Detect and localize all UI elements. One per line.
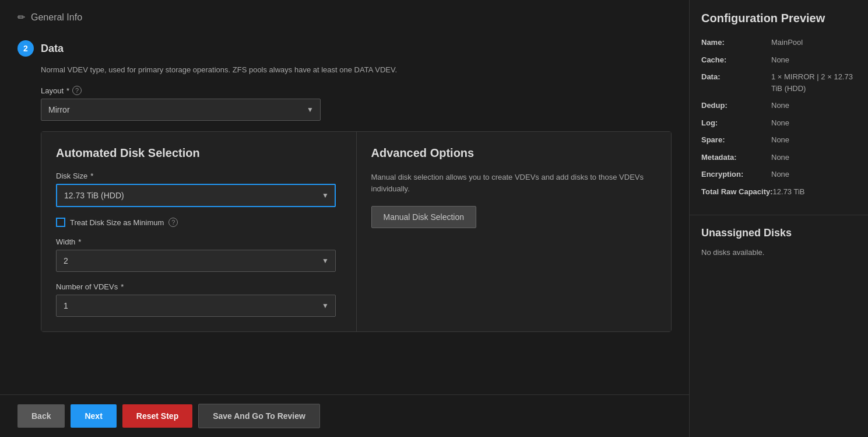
vdevs-field-group: Number of VDEVs * 1 2 3 4 ▼ [56,282,342,317]
config-encryption-row: Encryption: None [701,169,856,180]
config-name-key: Name: [701,37,771,48]
automated-panel-title: Automated Disk Selection [56,146,342,160]
config-dedup-key: Dedup: [701,100,771,111]
config-total-value: 12.73 TiB [773,186,805,198]
width-required: * [78,237,81,246]
config-log-row: Log: None [701,117,856,129]
step-data-description: Normal VDEV type, used for primary stora… [41,65,672,74]
treat-disk-size-row: Treat Disk Size as Minimum ? [56,218,342,227]
steps-container: ✏ General Info 2 Data Normal VDEV type, … [0,0,689,394]
config-cache-row: Cache: None [701,54,856,66]
config-log-key: Log: [701,117,771,129]
step-data-header: 2 Data [17,40,672,57]
config-data-value: 1 × MIRROR | 2 × 12.73 TiB (HDD) [771,71,856,94]
step-data-title: Data [41,43,64,55]
back-button[interactable]: Back [17,404,65,428]
footer-bar: Back Next Reset Step Save And Go To Revi… [0,394,689,437]
config-preview-title: Configuration Preview [701,12,856,25]
config-metadata-value: None [771,152,789,163]
right-sidebar: Configuration Preview Name: MainPool Cac… [689,0,868,437]
layout-select[interactable]: Mirror RAID-Z1 RAID-Z2 RAID-Z3 Stripe [41,99,321,121]
next-button[interactable]: Next [71,404,116,428]
vdevs-select[interactable]: 1 2 3 4 [56,295,336,317]
config-dedup-value: None [771,100,789,111]
config-spare-row: Spare: None [701,134,856,146]
treat-disk-help-icon[interactable]: ? [168,218,178,227]
config-data-row: Data: 1 × MIRROR | 2 × 12.73 TiB (HDD) [701,71,856,94]
advanced-description: Manual disk selection allows you to crea… [371,172,657,194]
width-field-group: Width * 2 3 4 5 6 [56,237,342,272]
advanced-options-panel: Advanced Options Manual disk selection a… [357,132,672,331]
vdevs-label: Number of VDEVs * [56,282,342,291]
config-name-row: Name: MainPool [701,37,856,48]
layout-help-icon[interactable]: ? [72,86,82,95]
general-info-label: General Info [31,12,82,23]
config-spare-key: Spare: [701,134,771,146]
disk-size-select[interactable]: 12.73 TiB (HDD) [56,184,336,207]
disk-panels: Automated Disk Selection Disk Size * 12.… [41,131,672,332]
layout-label: Layout * ? [41,86,672,95]
disk-size-label-text: Disk Size [56,172,87,180]
width-label: Width * [56,237,342,246]
vdevs-label-text: Number of VDEVs [56,282,118,291]
layout-required: * [66,86,69,95]
step-number: 2 [17,40,34,57]
content-area: ✏ General Info 2 Data Normal VDEV type, … [0,0,689,437]
layout-select-wrapper: Mirror RAID-Z1 RAID-Z2 RAID-Z3 Stripe ▼ [41,99,321,121]
layout-label-text: Layout [41,86,64,95]
pencil-icon: ✏ [17,12,25,23]
vdevs-select-wrapper: 1 2 3 4 ▼ [56,295,336,317]
disk-size-select-wrapper: 12.73 TiB (HDD) ▼ [56,184,336,207]
config-dedup-row: Dedup: None [701,100,856,111]
config-cache-key: Cache: [701,54,771,66]
disk-size-label: Disk Size * [56,172,342,180]
no-disks-text: No disks available. [701,248,856,257]
config-metadata-row: Metadata: None [701,152,856,163]
width-select-wrapper: 2 3 4 5 6 ▼ [56,250,336,272]
unassigned-disks-section: Unassigned Disks No disks available. [690,215,868,268]
reset-step-button[interactable]: Reset Step [122,404,192,428]
main-layout: ✏ General Info 2 Data Normal VDEV type, … [0,0,868,437]
config-metadata-key: Metadata: [701,152,771,163]
vdevs-required: * [121,282,124,291]
config-encryption-key: Encryption: [701,169,771,180]
config-cache-value: None [771,54,789,66]
config-preview-section: Configuration Preview Name: MainPool Cac… [690,0,868,215]
config-data-key: Data: [701,71,771,94]
save-and-review-button[interactable]: Save And Go To Review [198,404,320,428]
config-encryption-value: None [771,169,789,180]
step-data: 2 Data Normal VDEV type, used for primar… [17,40,672,332]
config-name-value: MainPool [771,37,803,48]
width-label-text: Width [56,237,75,246]
treat-disk-size-checkbox[interactable] [56,218,65,227]
disk-size-field: Disk Size * 12.73 TiB (HDD) ▼ [56,172,342,207]
disk-size-required: * [90,172,93,180]
config-total-row: Total Raw Capacity: 12.73 TiB [701,186,856,198]
manual-disk-selection-button[interactable]: Manual Disk Selection [371,206,477,228]
config-total-key: Total Raw Capacity: [701,186,773,198]
config-spare-value: None [771,134,789,146]
layout-field-group: Layout * ? Mirror RAID-Z1 RAID-Z2 RAID-Z… [41,86,672,121]
advanced-panel-title: Advanced Options [371,146,657,160]
treat-disk-size-label: Treat Disk Size as Minimum [70,218,164,227]
automated-disk-selection-panel: Automated Disk Selection Disk Size * 12.… [41,132,357,331]
step-general-info: ✏ General Info [17,12,672,23]
width-select[interactable]: 2 3 4 5 6 [56,250,336,272]
unassigned-disks-title: Unassigned Disks [701,227,856,239]
config-log-value: None [771,117,789,129]
